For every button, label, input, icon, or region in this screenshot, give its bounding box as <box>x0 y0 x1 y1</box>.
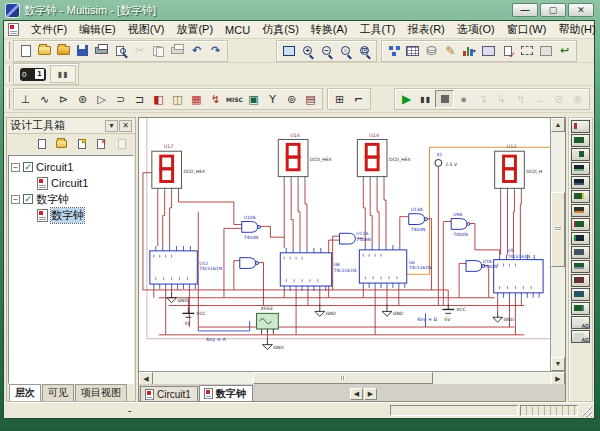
seven-segment-display-u13[interactable]: U13 DCD_H <box>495 143 542 194</box>
seven-segment-display-u14[interactable]: U14 DCD_HEX <box>357 132 410 183</box>
vcc-symbol[interactable]: VCC 5V <box>182 308 205 327</box>
tab-hierarchy[interactable]: 层次 <box>9 384 41 401</box>
zoom-area-icon[interactable]: ▫ <box>336 42 355 60</box>
gate-u13a[interactable]: U13A 7400N <box>409 207 428 232</box>
print-icon[interactable] <box>92 42 111 60</box>
ground-symbol[interactable]: GND <box>493 311 515 322</box>
horizontal-scroll-thumb[interactable] <box>253 372 433 384</box>
tab-clock[interactable]: 数字钟 <box>199 385 253 401</box>
menu-tools[interactable]: 工具(T) <box>353 21 401 38</box>
vertical-scroll-thumb[interactable] <box>551 192 565 267</box>
pause-icon[interactable]: ▮▮ <box>416 90 435 108</box>
spectrum-analyzer-icon[interactable] <box>571 288 590 301</box>
component-wizard-icon[interactable]: ✎ <box>441 42 460 60</box>
ttl-group-icon[interactable]: ⊃ <box>111 90 130 108</box>
iv-analyzer-icon[interactable] <box>571 260 590 273</box>
ic-u6[interactable]: U6 74LS161N <box>359 245 431 288</box>
rf-group-icon[interactable]: Y <box>263 90 282 108</box>
gate-u10a[interactable]: U10A 7400N <box>242 215 261 240</box>
close-button[interactable]: ✕ <box>568 3 594 17</box>
restore-button[interactable]: ▢ <box>540 3 566 17</box>
tab-project-view[interactable]: 项目视图 <box>75 384 127 401</box>
remove-breakpoint-icon[interactable]: ⊗ <box>568 90 587 108</box>
tab-label[interactable]: Circuit1 <box>157 389 191 400</box>
oscilloscope-icon[interactable] <box>571 162 590 175</box>
function-generator-xfg3[interactable]: XFG3 <box>257 306 279 332</box>
database-manager-icon[interactable]: ⛁ <box>422 42 441 60</box>
save-document-icon[interactable] <box>73 136 90 152</box>
menu-simulate[interactable]: 仿真(S) <box>256 21 305 38</box>
tab-circuit1[interactable]: Circuit1 <box>140 386 198 401</box>
pause-switch-icon[interactable]: ▮▮ <box>50 65 76 83</box>
distortion-analyzer-icon[interactable] <box>571 274 590 287</box>
grapher-icon[interactable]: ▾ <box>460 42 479 60</box>
open-icon[interactable] <box>35 42 54 60</box>
basic-group-icon[interactable]: ∿ <box>35 90 54 108</box>
tab-visibility[interactable]: 可见 <box>42 384 74 401</box>
gate-unlabeled[interactable] <box>240 258 259 269</box>
close-document-icon[interactable]: × <box>93 136 110 152</box>
menu-options[interactable]: 选项(O) <box>451 21 501 38</box>
word-generator-icon[interactable] <box>571 218 590 231</box>
ground-symbol[interactable]: GND <box>167 292 189 303</box>
toolbar-grip[interactable] <box>7 66 10 82</box>
redo-icon[interactable]: ↷ <box>206 42 225 60</box>
advanced-peripherals-group-icon[interactable]: ▣ <box>244 90 263 108</box>
breadboard-icon[interactable] <box>536 42 555 60</box>
logic-analyzer-icon[interactable] <box>571 232 590 245</box>
minimize-button[interactable]: — <box>512 3 538 17</box>
tree-node-clock[interactable]: − ✓ 数字钟 <box>11 191 131 207</box>
menu-transfer[interactable]: 转换(A) <box>305 21 354 38</box>
zoom-in-icon[interactable]: + <box>298 42 317 60</box>
network-analyzer-icon[interactable] <box>571 302 590 315</box>
step-over-icon[interactable]: ↳ <box>492 90 511 108</box>
postprocessor-icon[interactable] <box>479 42 498 60</box>
toolbar-grip[interactable] <box>7 42 10 59</box>
document-icon[interactable] <box>8 23 19 36</box>
gate-u11a[interactable]: U11A 7408N <box>340 231 371 244</box>
run-icon[interactable]: ▶ <box>397 90 416 108</box>
power-group-icon[interactable]: ↯ <box>206 90 225 108</box>
gate-u7a[interactable]: U7A 7400N <box>466 259 497 272</box>
indicator-group-icon[interactable]: ▦ <box>187 90 206 108</box>
vcc-symbol[interactable]: VCC 5V <box>442 304 465 323</box>
tab-scroll-left-icon[interactable]: ◀ <box>350 388 363 400</box>
zoom-fit-icon[interactable]: ⊡ <box>355 42 374 60</box>
horizontal-scrollbar[interactable]: ◀ ▶ <box>139 371 565 384</box>
rename-document-icon[interactable] <box>113 136 130 152</box>
checkbox-icon[interactable]: ✓ <box>23 194 33 204</box>
tree-label[interactable]: 数字钟 <box>36 192 69 207</box>
ic-u12[interactable]: U12 74LS161N <box>150 246 222 289</box>
run-to-cursor-icon[interactable]: → <box>530 90 549 108</box>
gate-u9a[interactable]: U9A 7400N <box>451 212 470 237</box>
bus-icon[interactable]: ⌐ <box>349 90 368 108</box>
menu-place[interactable]: 放置(P) <box>170 21 219 38</box>
vertical-scrollbar[interactable]: ▲ ▼ <box>551 118 565 371</box>
menu-window[interactable]: 窗口(W) <box>501 21 553 38</box>
menu-help[interactable]: 帮助(H) <box>552 21 600 38</box>
wattmeter-icon[interactable] <box>571 148 590 161</box>
spreadsheet-view-icon[interactable] <box>403 42 422 60</box>
menu-edit[interactable]: 编辑(E) <box>73 21 122 38</box>
zoom-full-icon[interactable] <box>279 42 298 60</box>
toolbar-grip[interactable] <box>7 89 10 108</box>
resize-grip[interactable] <box>580 405 592 417</box>
open-document-icon[interactable] <box>53 136 70 152</box>
step-out-icon[interactable]: ↰ <box>511 90 530 108</box>
tree-node-circuit1[interactable]: − ✓ Circuit1 <box>11 159 131 175</box>
menu-view[interactable]: 视图(V) <box>122 21 171 38</box>
analog-group-icon[interactable]: ▷ <box>92 90 111 108</box>
back-annotate-icon[interactable]: ↩ <box>555 42 574 60</box>
cut-icon[interactable]: ✂ <box>130 42 149 60</box>
new-document-icon[interactable] <box>33 136 50 152</box>
step-into-icon[interactable]: ↴ <box>473 90 492 108</box>
transistor-group-icon[interactable]: ⊛ <box>73 90 92 108</box>
open-samples-icon[interactable] <box>54 42 73 60</box>
print-preview-icon[interactable] <box>111 42 130 60</box>
ic-u8[interactable]: U8 74LS161N <box>280 248 356 291</box>
electromechanical-group-icon[interactable]: ⊚ <box>282 90 301 108</box>
tab-scroll-right-icon[interactable]: ▶ <box>364 388 377 400</box>
tree-leaf-circuit1[interactable]: Circuit1 <box>11 175 131 191</box>
frequency-counter-icon[interactable] <box>571 204 590 217</box>
agilent-oscilloscope-icon[interactable]: AG <box>571 330 590 343</box>
